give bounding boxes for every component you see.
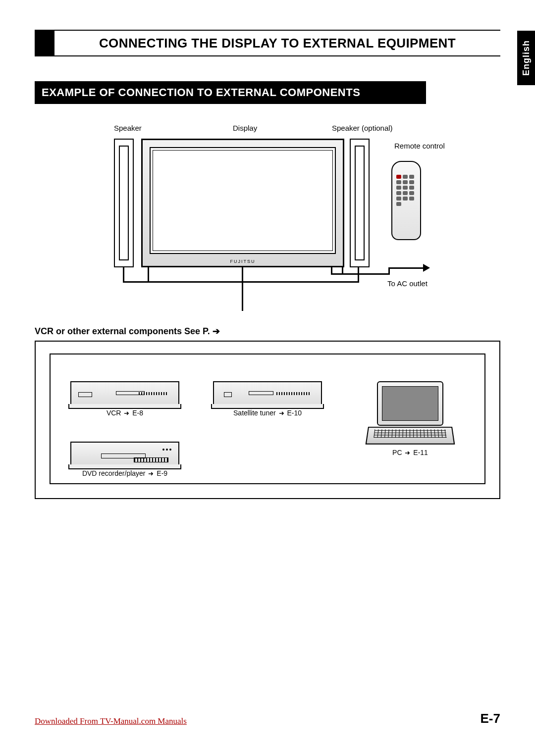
wire xyxy=(342,267,343,274)
components-heading: VCR or other external components See P. … xyxy=(35,326,500,337)
speaker-right-icon xyxy=(350,139,370,267)
satellite-tuner-icon xyxy=(213,381,322,406)
arrow-right-icon xyxy=(404,449,411,456)
download-link[interactable]: Downloaded From TV-Manual.com Manuals xyxy=(35,716,187,726)
components-frame: VCR E-8 Satellite tuner E-10 xyxy=(35,341,500,499)
arrow-right-icon xyxy=(123,409,130,417)
manual-page: CONNECTING THE DISPLAY TO EXTERNAL EQUIP… xyxy=(0,0,535,756)
arrow-right-icon xyxy=(147,469,155,477)
satellite-label-text: Satellite tuner xyxy=(233,409,276,417)
connection-diagram: Speaker Display Speaker (optional) Remot… xyxy=(35,124,500,312)
section-title: EXAMPLE OF CONNECTION TO EXTERNAL COMPON… xyxy=(35,81,426,104)
title-accent-block xyxy=(35,30,54,56)
wire xyxy=(123,267,124,282)
display-icon: FUJITSU xyxy=(141,139,344,267)
component-pc: PC E-11 xyxy=(345,360,476,477)
dvd-page-ref: E-9 xyxy=(157,469,167,477)
wire xyxy=(123,281,359,283)
dvd-label: DVD recorder/player E-9 xyxy=(82,469,167,477)
vcr-page-ref: E-8 xyxy=(132,409,143,417)
speaker-left-icon xyxy=(114,139,134,267)
label-display: Display xyxy=(233,124,257,133)
label-ac-outlet: To AC outlet xyxy=(387,279,428,288)
satellite-page-ref: E-10 xyxy=(287,409,302,417)
remote-control-icon xyxy=(391,161,421,240)
pc-label-text: PC xyxy=(392,449,402,456)
components-grid: VCR E-8 Satellite tuner E-10 xyxy=(50,353,485,484)
vcr-label-text: VCR xyxy=(107,409,121,417)
dvd-label-text: DVD recorder/player xyxy=(82,469,146,477)
vcr-label: VCR E-8 xyxy=(107,409,143,417)
page-number: E-7 xyxy=(481,711,500,726)
laptop-icon xyxy=(368,381,452,446)
component-dvd: DVD recorder/player E-9 xyxy=(59,421,190,477)
wire xyxy=(388,267,423,269)
label-remote: Remote control xyxy=(394,142,445,151)
label-speaker-left: Speaker xyxy=(114,124,142,133)
vcr-icon xyxy=(70,381,179,406)
pc-label: PC E-11 xyxy=(392,449,428,456)
display-brand: FUJITSU xyxy=(230,259,256,264)
arrow-right-icon xyxy=(278,409,285,417)
page-title-row: CONNECTING THE DISPLAY TO EXTERNAL EQUIP… xyxy=(35,30,500,56)
pc-page-ref: E-11 xyxy=(413,449,428,456)
wire xyxy=(148,267,149,282)
wire xyxy=(358,267,359,282)
empty-cell xyxy=(202,421,333,477)
satellite-label: Satellite tuner E-10 xyxy=(233,409,302,417)
wire xyxy=(242,267,243,282)
language-tab: English xyxy=(517,31,535,85)
label-speaker-right: Speaker (optional) xyxy=(332,124,393,133)
dvd-player-icon xyxy=(70,442,179,466)
page-footer: Downloaded From TV-Manual.com Manuals E-… xyxy=(35,711,500,726)
wire xyxy=(331,273,389,275)
component-satellite: Satellite tuner E-10 xyxy=(202,360,333,417)
page-title: CONNECTING THE DISPLAY TO EXTERNAL EQUIP… xyxy=(54,30,500,56)
arrow-right-icon xyxy=(423,264,430,272)
component-vcr: VCR E-8 xyxy=(59,360,190,417)
wire xyxy=(242,281,243,311)
